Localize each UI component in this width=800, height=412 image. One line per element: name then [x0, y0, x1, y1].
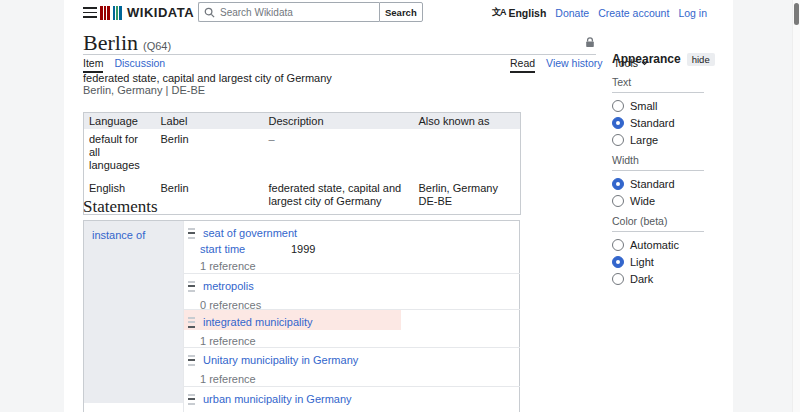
statement-row: urban municipality in Germany 0 referenc… — [184, 386, 520, 412]
property-cell: instance of — [84, 221, 183, 403]
radio-icon — [612, 134, 624, 146]
radio-icon — [612, 239, 624, 251]
statement-value-link[interactable]: integrated municipality — [203, 316, 312, 328]
radio-icon — [612, 273, 624, 285]
cell-language: default for all languages — [84, 129, 156, 178]
statement-row: metropolis 0 references — [184, 273, 520, 309]
col-description: Description — [264, 113, 414, 130]
wikidata-page: WIKIDATA Search 文A English Donate Create… — [0, 0, 800, 412]
section-label: Color (beta) — [612, 215, 704, 232]
rank-selector-icon[interactable] — [188, 355, 195, 366]
references-toggle[interactable]: 1 reference — [200, 373, 520, 385]
entity-id: (Q64) — [143, 40, 171, 52]
language-selector[interactable]: 文A English — [492, 6, 546, 19]
rank-selector-icon[interactable] — [188, 281, 195, 292]
section-label: Width — [612, 154, 704, 171]
statement-value-link[interactable]: urban municipality in Germany — [203, 393, 352, 405]
title-row: Berlin(Q64) — [83, 30, 171, 56]
main-menu-icon[interactable] — [83, 7, 97, 18]
statement-row-deprecated: integrated municipality 1 reference — [184, 309, 520, 347]
radio-width-standard[interactable]: Standard — [612, 178, 704, 190]
appearance-section-color: Color (beta) Automatic Light Dark — [612, 215, 704, 285]
claims-list: seat of government start time 1999 1 ref… — [183, 221, 520, 412]
tab-discussion[interactable]: Discussion — [114, 57, 165, 69]
search-icon — [204, 7, 215, 18]
radio-icon — [612, 117, 624, 129]
page-title: Berlin — [83, 30, 138, 55]
col-label: Label — [156, 113, 264, 130]
search-input[interactable] — [220, 7, 360, 18]
radio-icon — [612, 195, 624, 207]
radio-text-small[interactable]: Small — [612, 100, 704, 112]
statement-group: instance of seat of government start tim… — [83, 220, 520, 412]
appearance-title: Appearance — [612, 52, 681, 66]
wikidata-logo-text: WIKIDATA — [127, 5, 194, 20]
cell-description: federated state, capital and largest cit… — [264, 178, 414, 215]
radio-width-wide[interactable]: Wide — [612, 195, 704, 207]
qualifier-value: 1999 — [291, 243, 315, 255]
wikidata-logo[interactable]: WIKIDATA — [100, 5, 194, 20]
scrollbar-thumb[interactable] — [794, 3, 799, 25]
user-links: 文A English Donate Create account Log in — [492, 6, 707, 19]
references-toggle[interactable]: 1 reference — [200, 335, 520, 347]
radio-text-large[interactable]: Large — [612, 134, 704, 146]
radio-color-light[interactable]: Light — [612, 256, 704, 268]
language-label: English — [508, 7, 546, 19]
col-also-known-as: Also known as — [414, 113, 521, 130]
terms-header-row: Language Label Description Also known as — [84, 113, 521, 130]
title-divider — [83, 54, 596, 55]
appearance-section-width: Width Standard Wide — [612, 154, 704, 207]
statement-row: Unitary municipality in Germany 1 refere… — [184, 347, 520, 386]
search-bar: Search — [198, 2, 423, 22]
radio-icon — [612, 256, 624, 268]
radio-icon — [612, 178, 624, 190]
rank-selector-icon[interactable] — [188, 317, 195, 328]
language-icon: 文A — [492, 6, 506, 19]
namespace-tabs: Item Discussion — [83, 57, 165, 69]
statement-value-link[interactable]: seat of government — [203, 227, 297, 239]
entity-aliases: Berlin, Germany | DE-BE — [83, 84, 205, 96]
rank-selector-icon[interactable] — [188, 228, 195, 239]
login-link[interactable]: Log in — [678, 7, 707, 19]
appearance-section-text: Text Small Standard Large — [612, 76, 704, 146]
rank-selector-icon[interactable] — [188, 394, 195, 405]
cell-aka — [414, 129, 521, 178]
aka-line: DE-BE — [419, 195, 516, 208]
statements-heading: Statements — [83, 197, 158, 217]
statement-row: seat of government start time 1999 1 ref… — [184, 221, 520, 273]
property-link[interactable]: instance of — [92, 229, 145, 241]
radio-text-standard[interactable]: Standard — [612, 117, 704, 129]
cell-label: Berlin — [156, 178, 264, 215]
appearance-panel: Appearance hide Text Small Standard Larg… — [612, 52, 704, 293]
col-language: Language — [84, 113, 156, 130]
page-protection-lock-icon — [585, 37, 595, 48]
appearance-title-row: Appearance hide — [612, 52, 704, 66]
qualifier-property-link[interactable]: start time — [200, 243, 291, 255]
statement-value-link[interactable]: Unitary municipality in Germany — [203, 354, 358, 366]
scrollbar[interactable] — [792, 0, 800, 412]
tab-read[interactable]: Read — [510, 57, 535, 69]
top-header: WIKIDATA Search 文A English Donate Create… — [64, 0, 733, 24]
cell-aka: Berlin, Germany DE-BE — [414, 178, 521, 215]
create-account-link[interactable]: Create account — [598, 7, 669, 19]
tab-item[interactable]: Item — [83, 57, 103, 69]
references-toggle[interactable]: 1 reference — [200, 260, 520, 272]
terms-row-default: default for all languages Berlin – — [84, 129, 521, 178]
appearance-hide-button[interactable]: hide — [687, 53, 715, 66]
search-button[interactable]: Search — [379, 2, 423, 22]
wikidata-logo-icon — [100, 6, 122, 20]
entity-description: federated state, capital and largest cit… — [83, 72, 332, 84]
cell-label: Berlin — [156, 129, 264, 178]
section-label: Text — [612, 76, 704, 93]
search-box[interactable] — [198, 2, 379, 22]
aka-line: Berlin, Germany — [419, 182, 516, 195]
statement-value-link[interactable]: metropolis — [203, 280, 254, 292]
radio-color-automatic[interactable]: Automatic — [612, 239, 704, 251]
radio-icon — [612, 100, 624, 112]
radio-color-dark[interactable]: Dark — [612, 273, 704, 285]
donate-link[interactable]: Donate — [555, 7, 589, 19]
qualifier-row: start time 1999 — [200, 243, 520, 255]
content-sheet: WIKIDATA Search 文A English Donate Create… — [64, 0, 733, 412]
tab-view-history[interactable]: View history — [546, 57, 602, 69]
cell-description: – — [264, 129, 414, 178]
